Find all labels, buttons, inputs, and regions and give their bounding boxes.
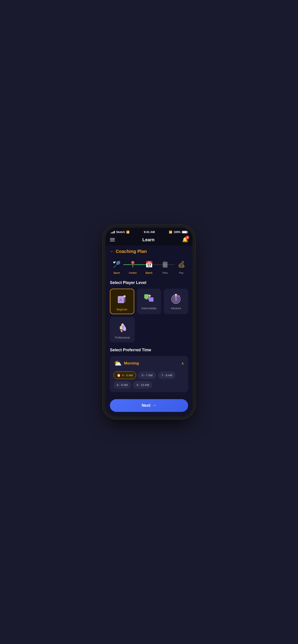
breadcrumb: ← Coaching Plan <box>110 249 188 254</box>
time-slot-4am[interactable]: ⏰ 4 - 5 AM <box>113 372 136 379</box>
progress-steps: 🏸 Sport 📍 Centre 📅 Batch 📋 Plan 💰 Pay <box>110 258 188 274</box>
step-batch[interactable]: 📅 Batch <box>143 258 155 274</box>
level-name-beginner: Beginner <box>117 308 127 311</box>
wifi-icon: 📶 <box>126 230 130 234</box>
clock: 9:41 AM <box>144 230 155 234</box>
main-content: ← Coaching Plan 🏸 Sport 📍 Centre 📅 Batch… <box>105 245 193 395</box>
step-plan-label: Plan <box>163 272 168 274</box>
alarm-icon: ⏰ <box>117 374 121 377</box>
bluetooth-icon: 📶 <box>169 230 172 234</box>
step-pay[interactable]: 💰 Pay <box>176 258 187 274</box>
level-name-advance: Advance <box>171 307 181 310</box>
svg-point-35 <box>122 323 124 326</box>
step-plan[interactable]: 📋 Plan <box>160 258 171 274</box>
battery-icon <box>182 231 187 234</box>
menu-button[interactable] <box>110 238 115 241</box>
next-button[interactable]: Next → <box>110 399 188 412</box>
back-button[interactable]: ← <box>110 249 114 254</box>
page-title: Learn <box>142 237 154 242</box>
svg-text:A: A <box>119 298 122 302</box>
svg-rect-29 <box>175 298 176 300</box>
status-right: 📶 100% <box>169 230 187 234</box>
centre-icon: 📍 <box>127 258 139 270</box>
preferred-time-title: Select Preferred Time <box>110 348 188 352</box>
time-slot-7am[interactable]: 7 - 8 AM <box>158 372 176 379</box>
morning-chevron-icon: ∧ <box>181 361 184 366</box>
intermediate-illustration <box>143 293 155 305</box>
professional-illustration <box>115 321 129 334</box>
signal-icon <box>111 231 115 234</box>
batch-icon: 📅 <box>143 258 155 270</box>
svg-rect-16 <box>148 298 149 298</box>
level-card-professional[interactable]: Professional <box>110 317 135 342</box>
svg-point-3 <box>123 295 126 298</box>
status-left: Sketch 📶 <box>111 230 130 234</box>
time-slot-4am-label: 4 - 5 AM <box>122 374 133 377</box>
carrier-label: Sketch <box>116 230 125 234</box>
breadcrumb-title: Coaching Plan <box>116 249 147 254</box>
morning-accordion: ⛅ Morning ∧ ⏰ 4 - 5 AM 6 - 7 AM 7 - 8 AM <box>110 356 188 392</box>
beginner-illustration: A <box>115 293 129 306</box>
svg-rect-27 <box>177 296 179 297</box>
time-slot-6am[interactable]: 6 - 7 AM <box>138 372 156 379</box>
svg-rect-7 <box>124 300 125 302</box>
svg-rect-30 <box>176 298 177 300</box>
time-slot-6am-label: 6 - 7 AM <box>142 374 152 377</box>
time-slot-9am-label: 9 - 10 AM <box>136 383 149 386</box>
level-card-beginner[interactable]: A Beginner <box>110 289 134 314</box>
level-card-advance[interactable]: Advance <box>164 289 188 314</box>
svg-rect-19 <box>150 300 151 301</box>
notification-button[interactable]: 🔔 2 <box>182 237 188 242</box>
sport-icon: 🏸 <box>111 258 122 270</box>
time-section: ⛅ Morning ∧ ⏰ 4 - 5 AM 6 - 7 AM 7 - 8 AM <box>110 356 188 395</box>
morning-header-left: ⛅ Morning <box>114 360 139 367</box>
svg-rect-40 <box>123 329 124 331</box>
svg-rect-11 <box>146 298 147 300</box>
level-row-professional: Professional <box>110 317 188 342</box>
step-pay-label: Pay <box>179 272 184 274</box>
svg-rect-5 <box>123 298 124 299</box>
next-button-wrapper: Next → <box>105 395 193 416</box>
svg-rect-17 <box>151 298 152 298</box>
notification-badge: 2 <box>186 236 189 239</box>
svg-rect-26 <box>175 296 177 298</box>
step-centre[interactable]: 📍 Centre <box>127 258 139 274</box>
morning-header[interactable]: ⛅ Morning ∧ <box>110 356 188 370</box>
time-slot-9am[interactable]: 9 - 10 AM <box>133 381 152 389</box>
level-grid: A Beginner <box>110 289 188 314</box>
status-bar: Sketch 📶 9:41 AM 📶 100% <box>105 228 193 235</box>
time-slot-8am-label: 8 - 9 AM <box>117 383 128 386</box>
morning-label: Morning <box>124 361 139 366</box>
level-name-intermediate: Intermediate <box>142 307 157 310</box>
time-slot-8am[interactable]: 8 - 9 AM <box>113 381 131 389</box>
header: Learn 🔔 2 <box>105 235 193 245</box>
next-button-label: Next <box>142 403 150 408</box>
step-sport-label: Sport <box>113 272 120 274</box>
svg-rect-18 <box>149 300 150 301</box>
svg-point-14 <box>149 295 151 297</box>
level-card-intermediate[interactable]: Intermediate <box>137 289 161 314</box>
svg-rect-38 <box>124 326 125 327</box>
svg-rect-10 <box>144 294 149 298</box>
time-slot-7am-label: 7 - 8 AM <box>162 374 172 377</box>
svg-rect-6 <box>125 298 126 299</box>
next-arrow-icon: → <box>152 403 156 408</box>
battery-label: 100% <box>174 230 181 234</box>
svg-rect-8 <box>125 300 126 302</box>
step-centre-label: Centre <box>129 272 137 274</box>
advance-illustration <box>170 293 182 305</box>
svg-rect-15 <box>149 297 151 300</box>
morning-icon: ⛅ <box>114 360 122 367</box>
level-name-professional: Professional <box>115 336 130 339</box>
morning-time-slots: ⏰ 4 - 5 AM 6 - 7 AM 7 - 8 AM 8 - 9 AM 9 … <box>110 370 188 392</box>
step-batch-label: Batch <box>146 272 153 274</box>
player-level-title: Select Player Level <box>110 280 188 285</box>
svg-point-25 <box>175 294 177 296</box>
step-sport[interactable]: 🏸 Sport <box>111 258 122 274</box>
plan-icon: 📋 <box>160 258 171 270</box>
svg-rect-4 <box>124 298 126 301</box>
pay-icon: 💰 <box>176 258 187 270</box>
